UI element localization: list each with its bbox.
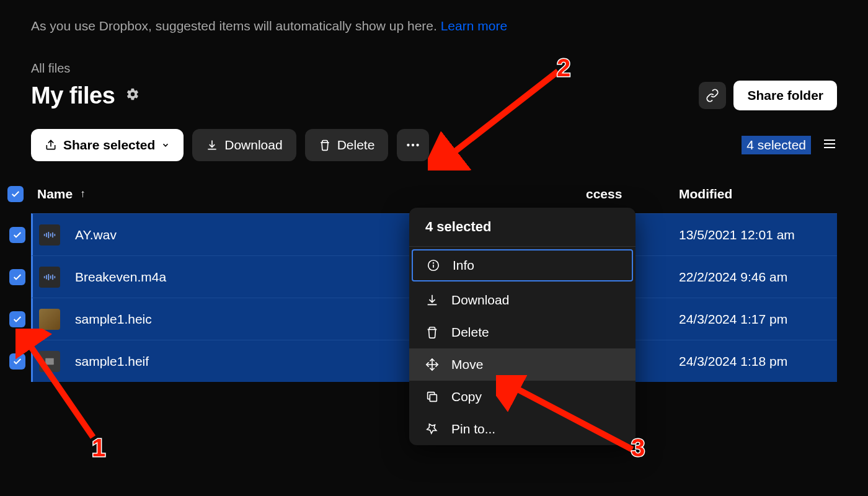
svg-rect-15 xyxy=(50,275,51,278)
menu-item-move[interactable]: Move xyxy=(409,348,636,381)
file-modified: 13/5/2021 12:01 am xyxy=(679,228,837,242)
file-name: Breakeven.m4a xyxy=(75,270,166,285)
file-type-icon xyxy=(39,267,60,288)
menu-item-download[interactable]: Download xyxy=(409,284,636,316)
delete-button[interactable]: Delete xyxy=(305,129,389,161)
svg-rect-10 xyxy=(52,232,53,237)
row-checkbox[interactable] xyxy=(9,227,25,243)
file-type-icon xyxy=(39,224,60,246)
file-modified: 22/2/2024 9:46 am xyxy=(679,270,837,285)
file-modified: 24/3/2024 1:17 pm xyxy=(679,312,837,327)
pin-icon xyxy=(425,422,439,436)
context-menu: 4 selected Info Download Delete Move Cop… xyxy=(409,208,636,445)
file-type-icon xyxy=(39,309,60,330)
annotation-number-2: 2 xyxy=(557,54,570,82)
annotation-number-1: 1 xyxy=(92,434,105,462)
svg-point-2 xyxy=(417,144,419,146)
svg-rect-9 xyxy=(50,233,51,236)
suggestion-hint: As you use Dropbox, suggested items will… xyxy=(31,19,837,33)
svg-rect-12 xyxy=(44,276,45,278)
chevron-down-icon xyxy=(161,141,170,149)
page-title: My files xyxy=(31,82,115,109)
svg-rect-13 xyxy=(46,275,47,279)
svg-rect-7 xyxy=(46,232,47,237)
file-type-icon xyxy=(39,351,60,372)
svg-rect-11 xyxy=(55,234,56,236)
view-toggle-button[interactable] xyxy=(822,136,837,154)
file-name: sample1.heif xyxy=(75,354,149,369)
file-name: sample1.heic xyxy=(75,312,152,327)
move-icon xyxy=(425,358,439,371)
svg-rect-6 xyxy=(44,234,45,236)
share-selected-label: Share selected xyxy=(63,138,155,153)
svg-point-19 xyxy=(47,360,49,361)
column-header-modified[interactable]: Modified xyxy=(679,187,837,202)
info-icon xyxy=(427,259,440,272)
sort-arrow-up-icon: ↑ xyxy=(80,188,86,200)
copy-icon xyxy=(425,390,439,404)
download-icon xyxy=(206,139,218,151)
share-folder-button[interactable]: Share folder xyxy=(733,81,837,110)
svg-rect-17 xyxy=(55,276,56,278)
link-icon-button[interactable] xyxy=(699,82,726,109)
select-all-checkbox[interactable] xyxy=(7,186,24,202)
file-modified: 24/3/2024 1:18 pm xyxy=(679,354,837,369)
context-menu-header: 4 selected xyxy=(409,208,636,247)
menu-item-delete[interactable]: Delete xyxy=(409,316,636,348)
row-checkbox[interactable] xyxy=(9,353,25,370)
svg-rect-14 xyxy=(48,274,50,280)
svg-point-1 xyxy=(412,144,414,146)
trash-icon xyxy=(425,326,439,339)
download-icon xyxy=(425,293,439,307)
svg-rect-23 xyxy=(430,394,436,401)
svg-rect-16 xyxy=(52,274,53,279)
svg-point-0 xyxy=(407,144,410,146)
row-checkbox[interactable] xyxy=(9,311,25,327)
download-label: Download xyxy=(224,138,282,153)
trash-icon xyxy=(319,139,331,151)
menu-item-copy[interactable]: Copy xyxy=(409,381,636,413)
file-name: AY.wav xyxy=(75,228,117,242)
download-button[interactable]: Download xyxy=(192,129,296,161)
menu-item-info[interactable]: Info xyxy=(412,249,633,281)
delete-label: Delete xyxy=(337,138,375,153)
svg-point-22 xyxy=(433,263,434,264)
selection-count-badge: 4 selected xyxy=(742,136,811,154)
column-header-access[interactable]: ccess xyxy=(586,187,679,202)
column-header-name[interactable]: Name ↑ xyxy=(37,187,586,202)
svg-rect-8 xyxy=(48,232,50,238)
menu-item-pin[interactable]: Pin to... xyxy=(409,413,636,445)
learn-more-link[interactable]: Learn more xyxy=(441,19,507,33)
ellipsis-icon xyxy=(405,137,421,153)
hint-text: As you use Dropbox, suggested items will… xyxy=(31,19,441,33)
annotation-number-3: 3 xyxy=(631,434,645,462)
gear-icon[interactable] xyxy=(126,87,140,104)
share-selected-button[interactable]: Share selected xyxy=(31,129,184,161)
breadcrumb[interactable]: All files xyxy=(31,61,837,76)
more-options-button[interactable] xyxy=(397,129,429,161)
row-checkbox[interactable] xyxy=(9,269,25,285)
